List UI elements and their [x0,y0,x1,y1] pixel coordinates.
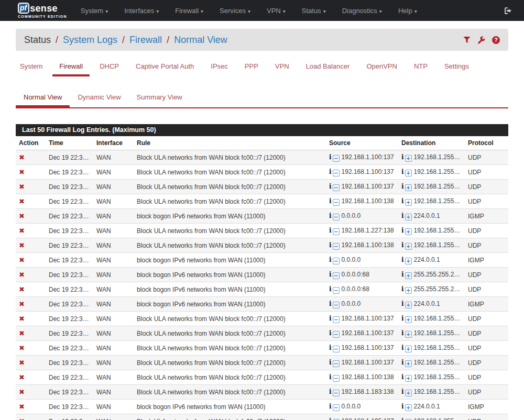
info-icon[interactable]: i [329,315,332,322]
easyrule-pass-icon[interactable]: + [405,331,412,338]
block-action-icon[interactable]: ✖ [19,183,25,191]
info-icon[interactable]: i [401,183,404,190]
easyrule-pass-icon[interactable]: + [405,170,412,176]
block-action-icon[interactable]: ✖ [19,285,25,293]
info-icon[interactable]: i [401,153,404,161]
subtab-normal-view[interactable]: Normal View [16,88,70,107]
tab-openvpn[interactable]: OpenVPN [358,57,406,76]
info-icon[interactable]: i [329,403,332,410]
tab-ntp[interactable]: NTP [406,57,436,76]
block-action-icon[interactable]: ✖ [19,315,25,323]
info-icon[interactable]: i [401,285,404,293]
tab-load-balancer[interactable]: Load Balancer [298,57,358,76]
nav-item-interfaces[interactable]: Interfaces▾ [124,7,159,15]
nav-item-diagnostics[interactable]: Diagnostics▾ [342,7,382,15]
info-icon[interactable]: i [329,197,332,205]
easyrule-block-icon[interactable]: − [333,346,340,352]
nav-item-help[interactable]: Help▾ [398,7,417,15]
nav-item-services[interactable]: Services▾ [220,7,250,15]
tab-captive-portal-auth[interactable]: Captive Portal Auth [127,57,202,76]
easyrule-pass-icon[interactable]: + [405,346,412,352]
easyrule-block-icon[interactable]: − [333,258,340,264]
tab-dhcp[interactable]: DHCP [91,57,127,76]
info-icon[interactable]: i [329,359,332,366]
easyrule-block-icon[interactable]: − [333,184,340,191]
subtab-summary-view[interactable]: Summary View [129,88,190,107]
block-action-icon[interactable]: ✖ [19,197,25,205]
easyrule-block-icon[interactable]: − [333,316,340,323]
block-action-icon[interactable]: ✖ [19,256,25,264]
info-icon[interactable]: i [401,417,404,420]
easyrule-block-icon[interactable]: − [333,302,340,308]
info-icon[interactable]: i [401,300,404,307]
info-icon[interactable]: i [329,212,332,219]
easyrule-pass-icon[interactable]: + [405,316,412,323]
easyrule-block-icon[interactable]: − [333,375,340,382]
breadcrumb-link-system-logs[interactable]: System Logs [63,35,117,46]
info-icon[interactable]: i [329,271,332,278]
easyrule-pass-icon[interactable]: + [405,302,412,308]
wrench-icon[interactable] [477,36,485,44]
easyrule-pass-icon[interactable]: + [405,404,412,411]
info-icon[interactable]: i [401,197,404,205]
easyrule-block-icon[interactable]: − [333,170,340,176]
info-icon[interactable]: i [329,388,332,395]
easyrule-block-icon[interactable]: − [333,228,340,235]
info-icon[interactable]: i [401,212,404,219]
tab-settings[interactable]: Settings [436,57,477,76]
info-icon[interactable]: i [401,388,404,395]
easyrule-pass-icon[interactable]: + [405,390,412,396]
breadcrumb-link-firewall[interactable]: Firewall [129,35,162,46]
info-icon[interactable]: i [329,153,332,161]
easyrule-pass-icon[interactable]: + [405,375,412,382]
help-icon[interactable]: ? [492,36,500,44]
easyrule-block-icon[interactable]: − [333,155,340,162]
easyrule-block-icon[interactable]: − [333,199,340,206]
easyrule-pass-icon[interactable]: + [405,360,412,367]
easyrule-pass-icon[interactable]: + [405,214,412,220]
easyrule-block-icon[interactable]: − [333,287,340,294]
breadcrumb-link-normal-view[interactable]: Normal View [174,35,227,46]
nav-item-status[interactable]: Status▾ [302,7,326,15]
info-icon[interactable]: i [329,329,332,337]
block-action-icon[interactable]: ✖ [19,153,25,161]
tab-firewall[interactable]: Firewall [51,57,91,76]
easyrule-pass-icon[interactable]: + [405,155,412,162]
block-action-icon[interactable]: ✖ [19,344,25,352]
nav-item-vpn[interactable]: VPN▾ [267,7,286,15]
easyrule-pass-icon[interactable]: + [405,258,412,264]
easyrule-pass-icon[interactable]: + [405,287,412,294]
easyrule-block-icon[interactable]: − [333,272,340,279]
pfsense-logo[interactable]: pf sense . COMMUNITY EDITION [18,3,67,18]
block-action-icon[interactable]: ✖ [19,300,25,308]
block-action-icon[interactable]: ✖ [19,271,25,279]
info-icon[interactable]: i [329,183,332,190]
info-icon[interactable]: i [401,403,404,410]
block-action-icon[interactable]: ✖ [19,168,25,176]
info-icon[interactable]: i [329,256,332,263]
block-action-icon[interactable]: ✖ [19,241,25,249]
info-icon[interactable]: i [329,417,332,420]
info-icon[interactable]: i [329,241,332,249]
info-icon[interactable]: i [329,344,332,351]
easyrule-block-icon[interactable]: − [333,243,340,250]
info-icon[interactable]: i [401,344,404,351]
info-icon[interactable]: i [329,300,332,307]
block-action-icon[interactable]: ✖ [19,417,25,420]
easyrule-pass-icon[interactable]: + [405,184,412,191]
info-icon[interactable]: i [329,373,332,381]
easyrule-pass-icon[interactable]: + [405,199,412,206]
info-icon[interactable]: i [329,227,332,234]
info-icon[interactable]: i [401,359,404,366]
nav-item-system[interactable]: System▾ [81,7,108,15]
block-action-icon[interactable]: ✖ [19,212,25,220]
easyrule-block-icon[interactable]: − [333,404,340,411]
block-action-icon[interactable]: ✖ [19,388,25,396]
block-action-icon[interactable]: ✖ [19,403,25,411]
easyrule-block-icon[interactable]: − [333,360,340,367]
subtab-dynamic-view[interactable]: Dynamic View [70,88,128,107]
info-icon[interactable]: i [401,227,404,234]
block-action-icon[interactable]: ✖ [19,373,25,381]
tab-ppp[interactable]: PPP [236,57,267,76]
block-action-icon[interactable]: ✖ [19,329,25,337]
